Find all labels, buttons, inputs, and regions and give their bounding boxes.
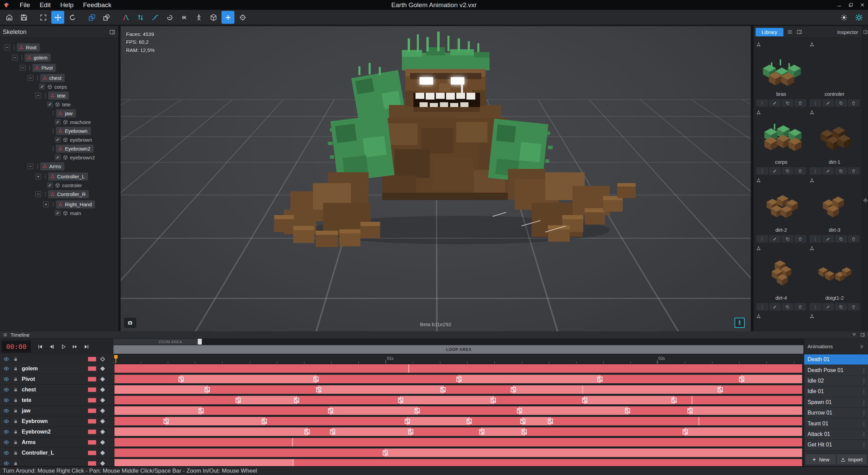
viewport-3d[interactable]: Faces: 4539FPS: 60,2RAM: 12,5% Beta b11e… [121, 26, 751, 331]
close-button[interactable] [856, 0, 868, 10]
skeleton-node[interactable]: −⋮tete [0, 90, 118, 101]
orientation-gizmo-button[interactable] [734, 318, 745, 328]
skeleton-node[interactable]: −⋮Arms [0, 161, 118, 171]
keyframe-marker[interactable] [511, 387, 516, 392]
keyframe-marker[interactable] [520, 419, 526, 424]
translate-keys-button[interactable] [85, 11, 98, 24]
keyframe-lane[interactable] [113, 437, 804, 448]
pose-mode-button[interactable] [192, 11, 205, 24]
skeleton-node[interactable]: ⋮Eyebrown2 [0, 143, 118, 154]
node-menu-icon[interactable]: ⋮ [35, 163, 38, 169]
gear-icon[interactable] [863, 198, 868, 203]
keyframe-marker[interactable] [179, 376, 184, 382]
maximize-button[interactable] [845, 0, 856, 10]
save-button[interactable] [17, 11, 30, 24]
track-keyframe-diamond[interactable] [100, 366, 105, 371]
node-menu-icon[interactable]: ⋮ [51, 128, 54, 134]
zoom-window[interactable] [113, 339, 198, 345]
lock-icon[interactable] [13, 387, 18, 392]
collapse-toggle[interactable]: − [20, 65, 25, 71]
keyframe-marker[interactable] [314, 376, 319, 382]
lock-icon[interactable] [13, 408, 18, 413]
node-menu-icon[interactable]: ⋮ [43, 92, 46, 99]
node-menu-icon[interactable]: ⋮ [12, 44, 15, 50]
eye-icon[interactable] [3, 387, 9, 393]
item-edit-button[interactable] [769, 99, 781, 107]
item-duplicate-button[interactable] [835, 303, 847, 311]
menu-help[interactable]: Help [55, 0, 78, 10]
edit-mesh-button[interactable] [55, 137, 61, 143]
node-pill[interactable]: Controller_L [48, 172, 88, 181]
lock-icon[interactable] [13, 461, 18, 466]
collapse-toggle[interactable]: − [35, 93, 41, 99]
track-color-swatch[interactable] [88, 377, 96, 382]
eye-icon[interactable] [3, 376, 9, 382]
keyframe-bar[interactable] [114, 375, 802, 383]
track-keyframe-diamond[interactable] [100, 451, 105, 455]
collapse-toggle[interactable]: − [35, 191, 41, 197]
node-menu-icon[interactable]: ⋮ [43, 191, 46, 197]
node-pill[interactable]: Eyebrown [56, 127, 91, 135]
eye-icon[interactable] [3, 419, 9, 424]
panel-toggle-icon[interactable] [863, 30, 868, 35]
prev-frame-button[interactable] [46, 341, 57, 352]
keyframe-marker[interactable] [236, 398, 241, 403]
item-edit-button[interactable] [769, 235, 781, 243]
item-edit-button[interactable] [769, 167, 781, 175]
node-menu-icon[interactable]: ⋮ [51, 145, 54, 152]
keyframe-lane[interactable] [113, 416, 804, 427]
track-row-chest[interactable]: chest [0, 385, 113, 395]
play-button[interactable] [58, 341, 69, 352]
play-animation-icon[interactable] [859, 344, 865, 349]
item-duplicate-button[interactable] [835, 167, 847, 175]
track-color-swatch[interactable] [88, 440, 96, 445]
keyframe-lane[interactable] [113, 385, 804, 395]
node-pill[interactable]: chest [40, 74, 65, 82]
item-menu-button[interactable]: ⋮ [810, 99, 821, 107]
track-color-swatch[interactable] [88, 430, 96, 434]
settings-button[interactable] [852, 11, 865, 24]
library-item-thumbnail[interactable] [810, 48, 860, 91]
keyframe-bar[interactable] [114, 364, 802, 373]
node-menu-icon[interactable]: ⋮ [19, 54, 23, 60]
track-row-Pivot[interactable]: Pivot [0, 374, 113, 385]
lock-icon[interactable] [13, 377, 18, 382]
animation-item[interactable]: Taunt 01⋮ [804, 418, 868, 429]
track-color-swatch[interactable] [88, 398, 96, 403]
keyframe-marker[interactable] [398, 398, 403, 403]
animation-item[interactable]: Get Hit 01⋮ [804, 440, 868, 450]
keyframe-bar[interactable] [114, 448, 802, 457]
item-duplicate-button[interactable] [835, 235, 847, 243]
skeleton-node[interactable]: ⋮jaw [0, 108, 118, 118]
node-pill[interactable]: Controller_R [48, 190, 89, 198]
expand-toggle[interactable]: + [35, 174, 41, 179]
keyframe-marker[interactable] [205, 387, 210, 392]
menu-edit[interactable]: Edit [35, 0, 56, 10]
fast-forward-button[interactable] [69, 341, 80, 352]
track-row-tete[interactable]: tete [0, 395, 113, 406]
collapse-toggle[interactable]: − [4, 45, 10, 50]
item-delete-button[interactable] [795, 99, 807, 107]
keyframe-marker[interactable] [330, 429, 335, 434]
keyframe-marker[interactable] [457, 376, 462, 382]
animation-item[interactable]: Idle 01⋮ [804, 386, 868, 397]
time-ruler[interactable]: 01s02s [113, 354, 804, 364]
track-keyframe-diamond[interactable] [100, 419, 105, 424]
item-delete-button[interactable] [795, 303, 807, 311]
track-keyframe-diamond[interactable] [100, 429, 105, 434]
edit-mesh-button[interactable] [47, 182, 53, 188]
keyframe-bar[interactable] [114, 417, 802, 425]
animation-menu-icon[interactable]: ⋮ [862, 442, 866, 447]
collapse-toggle[interactable]: − [12, 55, 18, 60]
keyframe-marker[interactable] [163, 419, 169, 424]
keyframe-marker[interactable] [517, 408, 522, 413]
bounding-box-button[interactable] [207, 11, 220, 24]
animation-menu-icon[interactable]: ⋮ [862, 410, 866, 416]
item-duplicate-button[interactable] [835, 99, 847, 107]
keyframe-marker[interactable] [479, 429, 484, 434]
keyframe-marker[interactable] [414, 408, 420, 413]
node-pill[interactable]: Pivot [32, 64, 56, 72]
track-color-swatch[interactable] [88, 419, 96, 424]
keyframe-bar[interactable] [114, 406, 802, 415]
lock-icon[interactable] [13, 440, 18, 445]
